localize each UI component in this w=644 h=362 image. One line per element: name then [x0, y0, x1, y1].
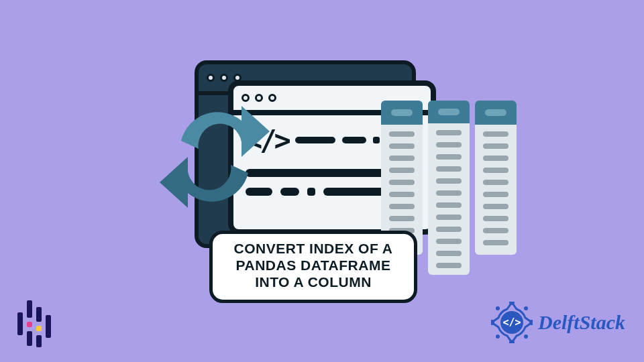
delftstack-text: DelftStack: [538, 311, 625, 334]
cell-row-icon: [389, 180, 415, 185]
cell-row-icon: [436, 215, 462, 220]
cell-row-icon: [436, 130, 462, 135]
cell-row-icon: [483, 168, 508, 173]
window-dot-icon: [207, 74, 215, 82]
header-pill-icon: [485, 109, 506, 116]
window-dot-icon: [220, 74, 228, 82]
code-dash-icon: [280, 188, 299, 196]
column-body: [428, 123, 470, 275]
delftstack-logo: </> DelftStack: [491, 302, 625, 343]
cell-row-icon: [389, 131, 415, 137]
cell-row-icon: [436, 178, 462, 184]
cell-row-icon: [436, 190, 462, 196]
illustration-group: </>: [134, 40, 510, 322]
cell-row-icon: [389, 192, 415, 197]
svg-point-9: [496, 306, 500, 310]
cell-row-icon: [483, 204, 508, 209]
cell-row-icon: [483, 192, 508, 197]
svg-point-6: [524, 306, 528, 310]
cell-row-icon: [389, 156, 415, 161]
code-dot-icon: [373, 137, 380, 143]
title-banner: CONVERT INDEX OF A PANDAS DATAFRAME INTO…: [209, 231, 417, 303]
cell-row-icon: [483, 240, 508, 245]
column-header: [475, 101, 517, 125]
code-dash-icon: [342, 137, 366, 143]
refresh-arrows-icon: [154, 94, 275, 221]
cell-row-icon: [436, 263, 462, 268]
cell-row-icon: [483, 228, 508, 233]
df-column: [428, 101, 470, 275]
cell-row-icon: [436, 142, 462, 147]
cell-row-icon: [436, 154, 462, 160]
cell-row-icon: [483, 180, 508, 185]
cell-row-icon: [389, 168, 415, 173]
df-column: [475, 101, 517, 255]
cell-row-icon: [389, 216, 415, 221]
column-header: [381, 101, 423, 125]
title-text: CONVERT INDEX OF A PANDAS DATAFRAME INTO…: [234, 241, 393, 290]
cell-row-icon: [389, 143, 415, 149]
svg-point-8: [496, 335, 500, 339]
pandas-logo-icon: [17, 300, 51, 347]
header-pill-icon: [438, 109, 460, 115]
svg-point-7: [524, 335, 528, 339]
cell-row-icon: [436, 251, 462, 256]
delftstack-badge-icon: </>: [491, 302, 533, 343]
code-dot-icon: [307, 188, 315, 196]
cell-row-icon: [436, 166, 462, 172]
cell-row-icon: [436, 202, 462, 208]
column-body: [475, 125, 517, 255]
cell-row-icon: [483, 131, 508, 137]
svg-text:</>: </>: [502, 316, 521, 328]
cell-row-icon: [483, 216, 508, 221]
cell-row-icon: [389, 204, 415, 209]
code-dash-icon: [295, 137, 335, 143]
header-pill-icon: [391, 109, 413, 116]
column-header: [428, 101, 470, 123]
cell-row-icon: [483, 156, 508, 161]
cell-row-icon: [483, 143, 508, 149]
cell-row-icon: [436, 239, 462, 244]
cell-row-icon: [436, 227, 462, 232]
